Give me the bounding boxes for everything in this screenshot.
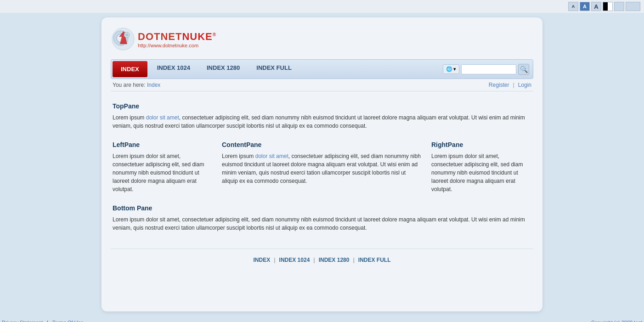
auth-separator: | <box>513 82 514 88</box>
content-pane-text-before: Lorem ipsum <box>222 153 255 159</box>
bottom-sep: | <box>47 320 48 322</box>
wide-btn[interactable] <box>626 2 640 11</box>
logo-trademark: ® <box>213 32 216 37</box>
terms-link[interactable]: Terms Of Use <box>52 320 83 322</box>
breadcrumb: You are here: Index <box>113 82 160 88</box>
font-medium-btn[interactable]: A <box>580 2 590 11</box>
font-large-btn[interactable]: A <box>591 2 601 11</box>
top-pane: TopPane Lorem ipsum dolor sit amet, cons… <box>113 102 531 130</box>
content-area: TopPane Lorem ipsum dolor sit amet, cons… <box>111 93 533 249</box>
svg-point-5 <box>125 34 128 36</box>
logo-name-prefix: DOTNET <box>138 31 182 42</box>
right-pane-text: Lorem ipsum dolor sit amet, consectetuer… <box>431 152 531 193</box>
search-input[interactable] <box>461 64 516 74</box>
font-small-btn[interactable]: A <box>568 2 578 11</box>
bottom-pane-text: Lorem ipsum dolor sit amet, consectetuer… <box>113 215 531 232</box>
left-pane-title: LeftPane <box>113 141 213 148</box>
breadcrumb-current[interactable]: Index <box>147 82 160 88</box>
bottom-pane-title: Bottom Pane <box>113 204 531 212</box>
content-pane-text: Lorem ipsum dolor sit amet, consectetuer… <box>222 152 422 185</box>
search-area: 🌐 ▾ 🔍 <box>439 62 533 77</box>
search-button[interactable]: 🔍 <box>518 64 529 75</box>
footer-nav-full[interactable]: INDEX FULL <box>358 257 391 263</box>
logo-name: DOTNETNUKE® <box>138 31 216 43</box>
nav-item-1024[interactable]: INDEX 1024 <box>149 60 198 79</box>
layout-btn[interactable] <box>614 2 624 11</box>
logo-text: DOTNETNUKE® http://www.dotnetnuke.com <box>138 31 216 48</box>
top-pane-text-before: Lorem ipsum <box>113 114 146 121</box>
register-link[interactable]: Register <box>489 82 509 88</box>
top-toolbar: A A A <box>0 0 644 13</box>
left-pane: LeftPane Lorem ipsum dolor sit amet, con… <box>113 141 213 193</box>
three-col-layout: LeftPane Lorem ipsum dolor sit amet, con… <box>113 141 531 193</box>
login-link[interactable]: Login <box>518 82 531 88</box>
nav-items: INDEX INDEX 1024 INDEX 1280 INDEX FULL <box>111 60 439 79</box>
breadcrumb-prefix: You are here: <box>113 82 146 88</box>
copyright: Copyright (c) 2008 test <box>591 320 642 322</box>
main-container: DOTNETNUKE® http://www.dotnetnuke.com IN… <box>102 17 542 311</box>
logo-svg <box>111 27 136 52</box>
footer-nav-index[interactable]: INDEX <box>254 257 271 263</box>
nav-item-index[interactable]: INDEX <box>113 61 147 77</box>
nav-item-full[interactable]: INDEX FULL <box>248 60 300 79</box>
footer-sep-3: | <box>353 256 354 263</box>
nav-item-1280[interactable]: INDEX 1280 <box>198 60 248 79</box>
language-selector[interactable]: 🌐 ▾ <box>443 64 459 74</box>
footer-nav-1024[interactable]: INDEX 1024 <box>279 257 310 263</box>
right-pane-title: RightPane <box>431 141 531 148</box>
logo-area: DOTNETNUKE® http://www.dotnetnuke.com <box>111 27 533 52</box>
top-pane-title: TopPane <box>113 102 531 110</box>
left-pane-text: Lorem ipsum dolor sit amet, consectetuer… <box>113 152 213 193</box>
content-pane-link[interactable]: dolor sit amet <box>255 153 288 159</box>
privacy-link[interactable]: Privacy Statement <box>2 320 43 322</box>
auth-links: Register | Login <box>489 82 531 88</box>
bottom-bar: Privacy Statement | Terms Of Use Copyrig… <box>0 316 644 322</box>
logo-graphic <box>111 27 136 52</box>
nav-bar: INDEX INDEX 1024 INDEX 1280 INDEX FULL 🌐… <box>111 59 533 79</box>
top-pane-text: Lorem ipsum dolor sit amet, consectetuer… <box>113 113 531 130</box>
globe-icon: 🌐 <box>446 66 452 72</box>
bottom-pane: Bottom Pane Lorem ipsum dolor sit amet, … <box>113 204 531 232</box>
footer-sep-1: | <box>274 256 275 263</box>
contrast-btn[interactable] <box>603 2 613 11</box>
dropdown-arrow: ▾ <box>453 66 456 72</box>
search-icon: 🔍 <box>520 66 528 73</box>
logo-url: http://www.dotnetnuke.com <box>138 43 216 48</box>
right-pane: RightPane Lorem ipsum dolor sit amet, co… <box>431 141 531 193</box>
top-pane-link[interactable]: dolor sit amet <box>146 114 179 121</box>
footer-nav-1280[interactable]: INDEX 1280 <box>319 257 350 263</box>
footer-sep-2: | <box>313 256 315 263</box>
breadcrumb-bar: You are here: Index Register | Login <box>111 79 533 91</box>
bottom-links: Privacy Statement | Terms Of Use <box>2 320 83 322</box>
logo-name-suffix: NUKE <box>182 31 212 42</box>
content-pane-title: ContentPane <box>222 141 422 148</box>
footer-nav: INDEX | INDEX 1024 | INDEX 1280 | INDEX … <box>111 249 533 267</box>
content-pane: ContentPane Lorem ipsum dolor sit amet, … <box>222 141 422 193</box>
